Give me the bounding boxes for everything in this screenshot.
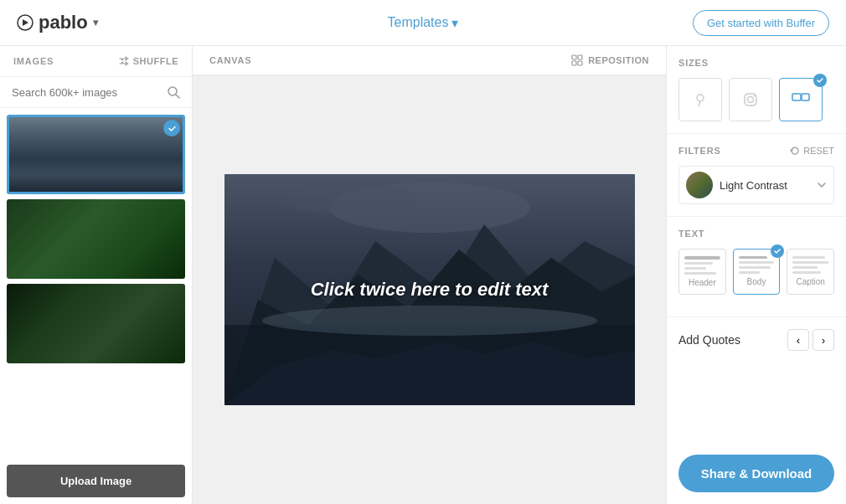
text-option-header-label: Header <box>689 278 716 287</box>
filter-selector[interactable]: Light Contrast <box>678 166 834 204</box>
text-line <box>739 256 767 259</box>
filter-name: Light Contrast <box>720 179 810 192</box>
canvas-text-overlay: Click twice here to edit text <box>224 174 635 405</box>
logo-text: pablo <box>39 12 88 33</box>
right-panel: SIZES <box>666 46 846 504</box>
svg-rect-3 <box>572 55 576 59</box>
list-item[interactable] <box>7 199 185 279</box>
templates-label: Templates <box>388 15 449 30</box>
chevron-right-icon: › <box>822 334 825 347</box>
size-pinterest[interactable] <box>678 78 722 121</box>
chevron-down-icon <box>817 180 827 190</box>
add-quotes-row: Add Quotes ‹ › <box>667 317 846 363</box>
text-option-caption[interactable]: Caption <box>787 249 834 295</box>
svg-line-16 <box>699 101 700 106</box>
image-thumb-2[interactable] <box>7 199 185 279</box>
search-icon <box>167 85 180 99</box>
list-item[interactable] <box>7 115 185 194</box>
text-line <box>684 256 720 260</box>
text-selected-badge <box>771 244 784 258</box>
main-layout: IMAGES SHUFFLE <box>0 46 846 504</box>
text-line <box>684 267 706 270</box>
svg-point-15 <box>697 95 704 101</box>
image-thumb-3[interactable] <box>7 284 185 363</box>
logo-icon <box>17 14 34 31</box>
svg-rect-4 <box>578 55 582 59</box>
image-thumb-1[interactable] <box>7 115 185 194</box>
svg-rect-6 <box>578 61 582 65</box>
sizes-row <box>678 78 834 121</box>
instagram-icon <box>742 91 759 108</box>
logo: pablo ▾ <box>17 12 98 33</box>
text-option-body-label: Body <box>747 277 766 286</box>
svg-rect-20 <box>792 94 801 100</box>
selected-badge <box>163 120 180 136</box>
text-lines-header <box>684 256 720 275</box>
svg-rect-21 <box>802 94 809 100</box>
add-quotes-label: Add Quotes <box>678 333 740 347</box>
sidebar: IMAGES SHUFFLE <box>0 46 193 504</box>
text-option-header[interactable]: Header <box>678 249 726 295</box>
shuffle-button[interactable]: SHUFFLE <box>119 56 178 66</box>
filter-thumb <box>686 172 713 198</box>
pinterest-icon <box>692 91 709 108</box>
canvas-frame: Click twice here to edit text <box>224 174 635 405</box>
text-section: TEXT Header <box>667 217 846 317</box>
list-item[interactable] <box>7 284 185 363</box>
text-option-caption-label: Caption <box>796 277 824 286</box>
share-download-button[interactable]: Share & Download <box>678 455 834 492</box>
text-line <box>739 261 775 264</box>
text-options-row: Header Body <box>678 249 834 295</box>
canvas-area: CANVAS REPOSITION <box>193 46 666 504</box>
sidebar-header: IMAGES SHUFFLE <box>0 46 192 77</box>
size-instagram[interactable] <box>729 78 772 121</box>
reposition-label: REPOSITION <box>588 55 649 65</box>
reset-button[interactable]: RESET <box>790 146 834 156</box>
get-started-button[interactable]: Get started with Buffer <box>693 10 829 36</box>
text-lines-caption <box>792 256 828 274</box>
header: pablo ▾ Templates ▾ Get started with Buf… <box>0 0 846 46</box>
text-line <box>684 272 716 275</box>
reset-icon <box>790 146 800 156</box>
canvas-body: Click twice here to edit text <box>193 75 666 504</box>
canvas-label: CANVAS <box>209 55 251 65</box>
text-line <box>684 262 713 265</box>
text-line <box>792 271 821 274</box>
svg-point-18 <box>748 97 754 103</box>
images-title: IMAGES <box>13 56 54 66</box>
text-option-body[interactable]: Body <box>733 249 781 295</box>
reset-label: RESET <box>803 146 834 156</box>
svg-point-19 <box>754 95 756 97</box>
canvas-toolbar: CANVAS REPOSITION <box>193 46 666 75</box>
text-title: TEXT <box>678 229 834 239</box>
header-center: Templates ▾ <box>388 15 459 31</box>
shuffle-label: SHUFFLE <box>133 56 178 66</box>
quotes-prev-button[interactable]: ‹ <box>787 329 809 351</box>
quotes-next-button[interactable]: › <box>812 329 834 351</box>
filters-section: FILTERS RESET Light Contrast <box>667 134 846 217</box>
size-selected-badge <box>813 74 827 87</box>
shuffle-icon <box>119 56 129 66</box>
filters-title: FILTERS <box>678 146 721 156</box>
upload-image-button[interactable]: Upload Image <box>7 465 185 497</box>
quotes-nav: ‹ › <box>787 329 834 351</box>
templates-button[interactable]: Templates ▾ <box>388 15 459 31</box>
spacer <box>667 363 846 455</box>
search-box <box>0 77 192 108</box>
canvas-edit-text[interactable]: Click twice here to edit text <box>311 279 549 301</box>
text-line <box>792 266 818 269</box>
reposition-icon <box>571 54 583 66</box>
size-twitter[interactable] <box>779 78 823 121</box>
reposition-button[interactable]: REPOSITION <box>571 54 649 66</box>
text-lines-body <box>739 256 775 274</box>
search-input[interactable] <box>12 86 160 99</box>
checkmark-icon <box>168 124 177 133</box>
text-line <box>792 256 824 259</box>
text-line <box>792 261 828 264</box>
text-line <box>739 266 771 269</box>
chevron-left-icon: ‹ <box>797 334 800 347</box>
check-icon <box>773 247 782 255</box>
logo-chevron: ▾ <box>93 17 98 28</box>
check-icon <box>816 76 824 85</box>
filter-thumb-image <box>686 172 713 198</box>
